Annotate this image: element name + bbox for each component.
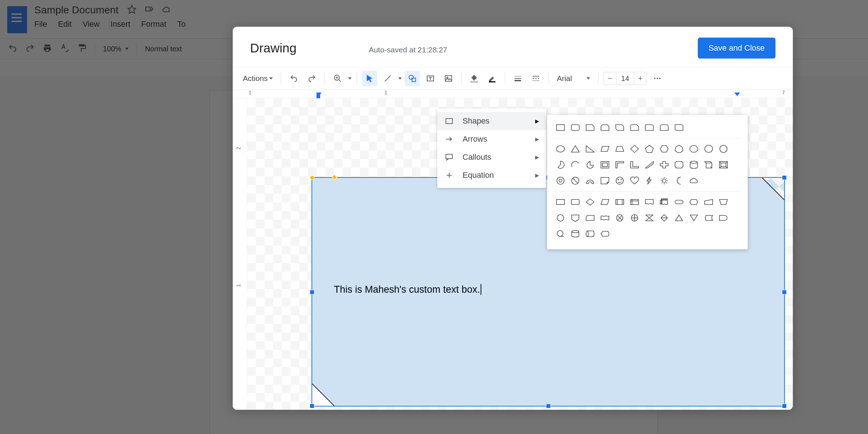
shape-snip-same[interactable] — [598, 121, 612, 134]
shape-fc-terminator[interactable] — [672, 195, 686, 209]
shape-triangle[interactable] — [568, 142, 582, 156]
shape-fc-document[interactable] — [643, 195, 656, 209]
shape-fc-decision[interactable] — [583, 195, 597, 209]
shape-decagon[interactable] — [702, 142, 716, 156]
shape-octagon[interactable] — [687, 142, 701, 156]
shape-fc-collate[interactable] — [643, 211, 656, 225]
shape-parallelogram[interactable] — [598, 142, 612, 156]
shape-can[interactable] — [687, 158, 701, 172]
indent-marker-right[interactable] — [734, 93, 740, 96]
shape-fc-card[interactable] — [583, 211, 597, 225]
menu-equation[interactable]: Equation ▶ — [437, 166, 546, 184]
shape-oval[interactable] — [554, 142, 567, 156]
resize-handle-left[interactable] — [310, 290, 314, 295]
shape-fc-seq-access[interactable] — [554, 227, 567, 241]
indent-marker-bottom[interactable] — [317, 94, 320, 98]
shape-sun[interactable] — [657, 174, 671, 188]
shape-heart[interactable] — [628, 174, 641, 188]
shape-snip-diag[interactable] — [613, 121, 627, 134]
image-tool[interactable] — [441, 71, 456, 86]
shape-cube[interactable] — [702, 158, 716, 172]
shape-snip-round[interactable] — [628, 121, 641, 134]
fill-color-button[interactable] — [467, 71, 482, 86]
resize-handle-topright[interactable] — [782, 175, 787, 180]
border-color-button[interactable] — [485, 71, 500, 86]
shape-frame[interactable] — [598, 158, 612, 172]
shape-folded-corner[interactable] — [598, 174, 612, 188]
resize-handle-bottomright[interactable] — [782, 404, 787, 408]
line-tool[interactable] — [380, 71, 395, 86]
shape-fc-magnetic-disk[interactable] — [568, 227, 582, 241]
shape-cloud[interactable] — [687, 174, 701, 188]
shape-donut[interactable] — [554, 174, 567, 188]
shape-fc-extract[interactable] — [672, 211, 686, 225]
shape-cross[interactable] — [657, 158, 671, 172]
shape-fc-multidoc[interactable] — [657, 195, 671, 209]
shape-l-shape[interactable] — [628, 158, 641, 172]
font-size-value[interactable]: 14 — [616, 72, 634, 85]
adjustment-handle[interactable] — [332, 175, 338, 180]
select-tool[interactable] — [362, 71, 377, 86]
shape-plaque[interactable] — [672, 158, 686, 172]
shape-text-content[interactable]: This is Mahesh's custom text box. — [334, 284, 481, 296]
undo-button[interactable] — [286, 71, 301, 86]
shape-trapezoid[interactable] — [613, 142, 627, 156]
shape-diagonal-stripe[interactable] — [643, 158, 656, 172]
zoom-button[interactable] — [330, 71, 345, 86]
shape-snip-single[interactable] — [583, 121, 597, 134]
zoom-dropdown-icon[interactable] — [348, 77, 352, 80]
shape-fc-stored-data[interactable] — [702, 211, 716, 225]
line-dropdown-icon[interactable] — [398, 77, 402, 80]
more-options-button[interactable] — [650, 71, 665, 86]
shape-right-triangle[interactable] — [583, 142, 597, 156]
menu-callouts[interactable]: Callouts ▶ — [437, 148, 546, 166]
shape-round-diag[interactable] — [672, 121, 686, 134]
shape-chord[interactable] — [568, 158, 582, 172]
shape-fc-manual-op[interactable] — [717, 195, 730, 209]
border-weight-button[interactable] — [510, 71, 525, 86]
shape-fc-punched-tape[interactable] — [598, 211, 612, 225]
resize-handle-bottomleft[interactable] — [310, 404, 314, 408]
shape-half-frame[interactable] — [613, 158, 627, 172]
font-selector[interactable]: Arial — [554, 73, 593, 84]
horizontal-ruler[interactable]: 1 1 7 — [233, 90, 793, 98]
shape-pentagon[interactable] — [643, 142, 656, 156]
shape-fc-merge[interactable] — [687, 211, 701, 225]
shape-fc-display[interactable] — [598, 227, 612, 241]
shape-pie[interactable] — [554, 158, 567, 172]
shape-bevel[interactable] — [717, 158, 730, 172]
menu-arrows[interactable]: Arrows ▶ — [437, 130, 546, 148]
shape-fc-manual-input[interactable] — [702, 195, 716, 209]
font-size-increase[interactable]: + — [634, 72, 646, 85]
redo-button[interactable] — [304, 71, 319, 86]
vertical-ruler[interactable]: 2 1 — [233, 98, 247, 410]
shape-tool[interactable] — [405, 71, 420, 86]
shape-diamond[interactable] — [628, 142, 641, 156]
shape-round-single[interactable] — [643, 121, 656, 134]
shape-fc-or[interactable] — [628, 211, 641, 225]
shape-heptagon[interactable] — [672, 142, 686, 156]
shape-rounded-rect[interactable] — [568, 121, 582, 134]
shape-fc-predefined[interactable] — [613, 195, 627, 209]
actions-menu[interactable]: Actions — [240, 72, 276, 85]
shape-no-symbol[interactable] — [568, 174, 582, 188]
rotation-handle[interactable] — [310, 176, 314, 180]
border-dash-button[interactable] — [528, 71, 543, 86]
menu-shapes[interactable]: Shapes ▶ — [437, 112, 546, 130]
font-size-decrease[interactable]: − — [604, 72, 616, 85]
shape-fc-preparation[interactable] — [687, 195, 701, 209]
resize-handle-bottom[interactable] — [546, 404, 551, 408]
shape-fc-delay[interactable] — [717, 211, 730, 225]
save-and-close-button[interactable]: Save and Close — [698, 38, 775, 59]
shape-moon[interactable] — [672, 174, 686, 188]
shape-fc-alt-process[interactable] — [568, 195, 582, 209]
shape-fc-data[interactable] — [598, 195, 612, 209]
shape-dodecagon[interactable] — [717, 142, 730, 156]
shape-fc-process[interactable] — [554, 195, 567, 209]
shape-fc-summing[interactable] — [613, 211, 627, 225]
shape-round-same[interactable] — [657, 121, 671, 134]
shape-fc-internal[interactable] — [628, 195, 641, 209]
textbox-tool[interactable] — [423, 71, 438, 86]
shape-fc-offpage[interactable] — [568, 211, 582, 225]
resize-handle-right[interactable] — [782, 290, 787, 295]
